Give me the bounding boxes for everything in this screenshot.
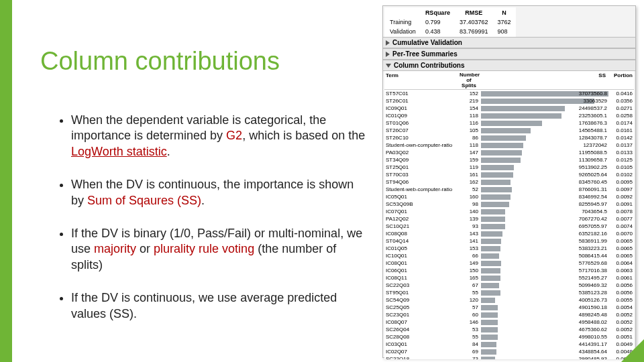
cell-bar: 6352182.16 (481, 231, 608, 237)
table-row: SC22Q18733980485.930.0044 (384, 355, 634, 359)
table-row: ST70C031619265025.640.0102 (384, 171, 634, 178)
cell-bar: 5717016.38 (481, 268, 608, 274)
bullet-3: If the DV is binary (1/0, Pass/Fail) or … (71, 226, 366, 273)
stats-rsquare-header: RSquare (421, 9, 454, 17)
cell-term: IC08Q01 (386, 260, 460, 266)
bullet-list: When the dependent variable is categoric… (44, 113, 366, 339)
cell-bar: 11955088.5 (481, 150, 608, 156)
cell-splits: 67 (460, 282, 481, 288)
section-label: Cumulative Validation (392, 39, 462, 46)
table-row: SC26Q04534675360.620.0052 (384, 326, 634, 333)
cell-splits: 160 (460, 194, 481, 200)
column-contributions-table: Term Number of Splits SS Portion ST57C01… (384, 71, 634, 359)
cell-term: PA03Q02 (386, 149, 460, 156)
cell-splits: 86 (460, 135, 481, 141)
cell-bar: 3980485.93 (481, 357, 608, 360)
cell-portion: 0.0054 (608, 304, 633, 310)
table-row: ST26C01219330635290.0356 (384, 97, 634, 105)
cell-splits: 93 (460, 223, 481, 229)
cell-bar: 4348854.64 (481, 349, 608, 355)
cell-ss: 9265025.64 (579, 172, 607, 178)
table-row: PA03Q0214711955088.50.0133 (384, 149, 634, 156)
table-row: ST94Q061628345760.450.0095 (384, 178, 634, 186)
cell-ss: 23253605.1 (579, 113, 607, 119)
table-row: ST01Q0611617638676.30.0174 (384, 119, 634, 127)
stats-row-validation: Validation 0.438 83.769991 908 (386, 27, 515, 36)
table-row: IC08Q111655521495.270.0061 (384, 274, 634, 282)
table-row: IC08Q081436352182.160.0070 (384, 230, 634, 237)
cell-portion: 0.0161 (608, 127, 633, 133)
cell-splits: 116 (460, 120, 481, 126)
table-row: IC06Q011505717016.380.0063 (384, 267, 634, 274)
cell-ss: 4005126.73 (579, 297, 607, 303)
cell-term: IC08Q07 (386, 319, 460, 325)
cell-portion: 0.0052 (608, 326, 633, 333)
cell-ss: 37073560.8 (579, 90, 607, 97)
stats-val: 908 (493, 27, 515, 36)
cell-term: SC25Q05 (386, 304, 460, 310)
jmp-panel: RSquare RMSE N Training 0.799 37.403762 … (382, 5, 636, 358)
cell-splits: 146 (460, 319, 481, 325)
table-row: SC22Q03675099469.320.0056 (384, 282, 634, 289)
cell-term: IC06Q01 (386, 267, 460, 274)
cell-term: PA12Q02 (386, 216, 460, 222)
cell-bar: 4898245.48 (481, 312, 608, 318)
cell-term: ST04Q14 (386, 238, 460, 244)
section-column-contributions[interactable]: Column Contributions (383, 60, 635, 71)
stats-header-row: RSquare RMSE N (386, 9, 515, 17)
cell-bar: 4901590.18 (481, 305, 608, 310)
cell-splits: 69 (460, 349, 481, 355)
bullet-text: , which is based on the (242, 129, 365, 142)
cell-bar: 5383223.21 (481, 246, 608, 251)
table-row: IC02Q07694348854.640.0048 (384, 348, 634, 355)
cell-portion: 0.0125 (608, 157, 633, 163)
cell-ss: 8766091.31 (579, 186, 607, 192)
cell-ss: 12843078.7 (579, 135, 607, 141)
cell-portion: 0.0271 (608, 105, 633, 111)
cell-ss: 4898245.48 (579, 312, 607, 318)
table-row: IC08Q071464958488.020.0052 (384, 318, 634, 326)
cell-splits: 120 (460, 297, 481, 303)
table-row: Student-web-computer-ratio528766091.310.… (384, 186, 634, 193)
corner-decoration (621, 339, 644, 362)
cell-term: ST01Q06 (386, 120, 460, 126)
table-row: ST34Q0915911309658.70.0125 (384, 156, 634, 164)
cell-term: Student-web-computer-ratio (386, 186, 460, 192)
cell-bar: 5521495.27 (481, 276, 608, 281)
stats-label: Training (386, 18, 420, 26)
section-cumulative-validation[interactable]: Cumulative Validation (383, 37, 635, 48)
section-per-tree-summaries[interactable]: Per-Tree Summaries (383, 48, 635, 60)
cell-bar: 5099469.32 (481, 283, 608, 288)
cell-ss: 5385123.28 (579, 290, 607, 296)
cell-portion: 0.0091 (608, 201, 633, 207)
header-portion: Portion (608, 72, 633, 88)
cell-ss: 5099469.32 (579, 282, 607, 288)
cell-term: ST57C01 (386, 90, 460, 97)
cell-term: SC26Q04 (386, 326, 460, 333)
stats-val: 0.438 (421, 27, 454, 36)
table-row: ST04Q141415836911.990.0065 (384, 237, 634, 245)
cell-portion: 0.0074 (608, 223, 633, 229)
emphasis: Sum of Sqaures (SS) (87, 194, 201, 207)
table-row: IC01Q051535383223.210.0065 (384, 245, 634, 252)
table-row: SC10Q21936957055.970.0074 (384, 223, 634, 230)
disclosure-triangle-icon (386, 64, 391, 68)
header-ss: SS (478, 72, 608, 88)
stats-n-header: N (493, 9, 515, 17)
cell-splits: 150 (460, 267, 481, 274)
cell-splits: 118 (460, 142, 481, 148)
cell-ss: 8346992.54 (579, 194, 607, 200)
cell-term: ST25Q01 (386, 164, 460, 170)
cell-ss: 5521495.27 (579, 275, 607, 281)
table-row: IC01Q0911823253605.10.0258 (384, 112, 634, 119)
cell-bar: 24498537.2 (481, 106, 608, 111)
cell-bar: 37073560.8 (481, 91, 608, 97)
cell-bar: 4958488.02 (481, 320, 608, 325)
cell-ss: 24498537.2 (579, 105, 607, 111)
table-row: IC08Q011495776529.680.0064 (384, 259, 634, 267)
disclosure-triangle-icon (386, 40, 390, 46)
cell-ss: 11309658.7 (579, 157, 607, 163)
cell-portion: 0.0105 (608, 164, 633, 170)
cell-splits: 152 (460, 90, 481, 97)
cell-splits: 57 (460, 304, 481, 310)
